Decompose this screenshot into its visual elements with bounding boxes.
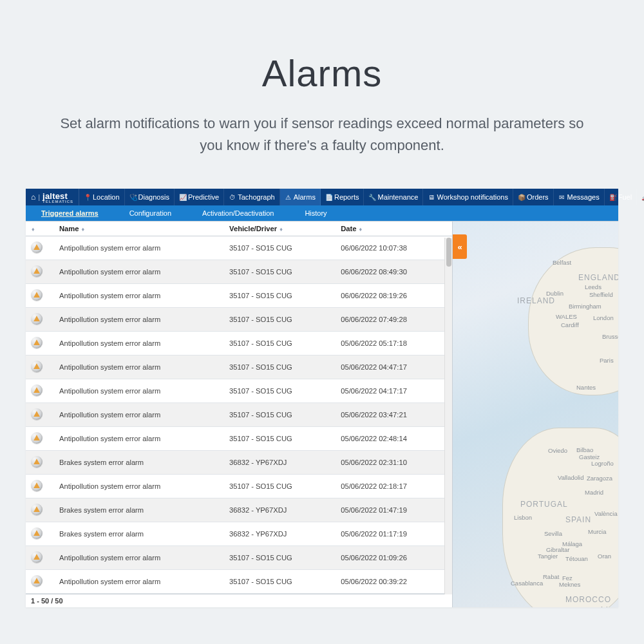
brand-block[interactable]: ⌂ | jaltest TELEMATICS xyxy=(26,189,79,205)
subnav-configuration[interactable]: Configuration xyxy=(114,205,187,221)
nav-alarms[interactable]: ⚠Alarms xyxy=(280,189,321,205)
map-label: IRELAND xyxy=(517,296,555,305)
map-label: MOROCCO xyxy=(565,595,611,604)
table-row[interactable]: Antipollution system error alarm35107 - … xyxy=(26,379,452,403)
table-row[interactable]: Antipollution system error alarm35107 - … xyxy=(26,284,452,308)
nav-maintenance[interactable]: 🔧Maintenance xyxy=(364,189,423,205)
alarm-bulb-icon xyxy=(31,361,43,372)
col-vehicle[interactable]: Vehicle/Driver ♦ xyxy=(224,222,336,236)
alarm-bulb-icon xyxy=(31,504,43,515)
map-label: Meknes xyxy=(559,581,580,588)
subnav-triggered-alarms[interactable]: Triggered alarms xyxy=(26,205,114,221)
pager: 1 - 50 / 50 xyxy=(26,594,452,607)
cell-vehicle: 35107 - SO15 CUG xyxy=(224,332,336,355)
col-date[interactable]: Date ♦ xyxy=(336,222,452,236)
table-row[interactable]: Antipollution system error alarm35107 - … xyxy=(26,546,452,570)
map-panel[interactable]: « BelfastDublinIRELANDENGLANDLeedsSheffi… xyxy=(452,222,618,607)
map-label: Brussels xyxy=(602,333,618,340)
nav-my-fleet[interactable]: 🚚My fleet xyxy=(637,189,644,205)
scroll-thumb[interactable] xyxy=(446,238,451,267)
map-label: Leeds xyxy=(585,283,601,290)
table-row[interactable]: Brakes system error alarm36832 - YP67XDJ… xyxy=(26,451,452,475)
top-nav: ⌂ | jaltest TELEMATICS 📍Location🩺Diagnos… xyxy=(26,189,618,205)
alarm-bulb-icon xyxy=(31,551,43,563)
map-label: Bilbao xyxy=(576,446,593,453)
cell-date: 05/06/2022 01:17:19 xyxy=(336,522,452,546)
alarm-bulb-icon xyxy=(31,289,43,301)
cell-name: Antipollution system error alarm xyxy=(54,236,224,260)
nav-reports[interactable]: 📄Reports xyxy=(321,189,365,205)
alarm-bulb-icon xyxy=(31,408,43,420)
subnav-history[interactable]: History xyxy=(289,205,342,221)
nav-location[interactable]: 📍Location xyxy=(79,189,125,205)
nav-orders[interactable]: 📦Orders xyxy=(513,189,554,205)
table-row[interactable]: Brakes system error alarm36832 - YP67XDJ… xyxy=(26,522,452,546)
map-label: Tangier xyxy=(538,553,558,560)
cell-vehicle: 35107 - SO15 CUG xyxy=(224,379,336,403)
nav-workshop-notifications[interactable]: 🖥Workshop notifications xyxy=(423,189,513,205)
cell-date: 05/06/2022 01:09:26 xyxy=(336,546,452,570)
subnav-activation-deactivation[interactable]: Activation/Deactivation xyxy=(187,205,289,221)
cell-name: Brakes system error alarm xyxy=(54,451,224,475)
map-label: Tétouan xyxy=(565,555,588,562)
fuel-icon: ⛽ xyxy=(609,194,616,201)
table-row[interactable]: Antipollution system error alarm35107 - … xyxy=(26,308,452,332)
page-title: Alarms xyxy=(52,52,592,95)
table-row[interactable]: Antipollution system error alarm35107 - … xyxy=(26,570,452,594)
page-subtitle: Set alarm notifications to warn you if s… xyxy=(52,113,592,156)
nav-fuel[interactable]: ⛽Fuel xyxy=(605,189,637,205)
nav-label: Diagnosis xyxy=(138,193,169,201)
nav-diagnosis[interactable]: 🩺Diagnosis xyxy=(125,189,175,205)
content-area: ♦ Name ♦ Vehicle/Driver ♦ Date ♦ Antipol… xyxy=(26,221,618,607)
maintenance-icon: 🔧 xyxy=(368,194,375,201)
collapse-panel-button[interactable]: « xyxy=(453,234,467,259)
col-name[interactable]: Name ♦ xyxy=(54,222,224,236)
map-label: London xyxy=(593,314,614,321)
cell-vehicle: 35107 - SO15 CUG xyxy=(224,403,336,427)
cell-vehicle: 36832 - YP67XDJ xyxy=(224,522,336,546)
table-row[interactable]: Antipollution system error alarm35107 - … xyxy=(26,260,452,284)
cell-vehicle: 35107 - SO15 CUG xyxy=(224,546,336,570)
tachograph-icon: ⏱ xyxy=(229,194,236,201)
map-label: WALES xyxy=(556,313,577,320)
alarm-bulb-icon xyxy=(31,575,43,587)
location-icon: 📍 xyxy=(84,194,91,201)
sub-nav: Triggered alarmsConfigurationActivation/… xyxy=(26,205,618,221)
table-row[interactable]: Brakes system error alarm36832 - YP67XDJ… xyxy=(26,498,452,522)
cell-vehicle: 35107 - SO15 CUG xyxy=(224,308,336,332)
table-row[interactable]: Antipollution system error alarm35107 - … xyxy=(26,427,452,451)
table-row[interactable]: Antipollution system error alarm35107 - … xyxy=(26,355,452,379)
my-fleet-icon: 🚚 xyxy=(641,194,644,201)
cell-name: Brakes system error alarm xyxy=(54,522,224,546)
map-label: PORTUGAL xyxy=(520,500,568,509)
map-label: Logroño xyxy=(591,460,614,467)
nav-label: Messages xyxy=(567,193,600,201)
alarms-table-panel: ♦ Name ♦ Vehicle/Driver ♦ Date ♦ Antipol… xyxy=(26,222,452,607)
scrollbar[interactable] xyxy=(444,238,452,594)
alarm-bulb-icon xyxy=(31,242,43,253)
predictive-icon: 📈 xyxy=(179,194,186,201)
nav-label: Alarms xyxy=(294,193,316,201)
home-icon[interactable]: ⌂ xyxy=(31,193,35,202)
nav-predictive[interactable]: 📈Predictive xyxy=(175,189,224,205)
nav-tachograph[interactable]: ⏱Tachograph xyxy=(224,189,280,205)
map-label: Zaragoza xyxy=(587,475,612,482)
cell-date: 05/06/2022 04:47:17 xyxy=(336,355,452,379)
map-label: Oran xyxy=(598,553,611,560)
col-icon[interactable]: ♦ xyxy=(26,222,54,236)
table-row[interactable]: Antipollution system error alarm35107 - … xyxy=(26,236,452,260)
map-label: SPAIN xyxy=(565,515,591,524)
hero-section: Alarms Set alarm notifications to warn y… xyxy=(0,0,644,189)
cell-vehicle: 35107 - SO15 CUG xyxy=(224,355,336,379)
table-row[interactable]: Antipollution system error alarm35107 - … xyxy=(26,475,452,498)
table-row[interactable]: Antipollution system error alarm35107 - … xyxy=(26,403,452,427)
cell-vehicle: 35107 - SO15 CUG xyxy=(224,236,336,260)
cell-date: 06/06/2022 08:49:30 xyxy=(336,260,452,284)
nav-label: Location xyxy=(93,193,120,201)
table-row[interactable]: Antipollution system error alarm35107 - … xyxy=(26,332,452,355)
cell-date: 05/06/2022 01:47:19 xyxy=(336,498,452,522)
nav-messages[interactable]: ✉Messages xyxy=(554,189,605,205)
cell-date: 06/06/2022 07:49:28 xyxy=(336,308,452,332)
cell-name: Antipollution system error alarm xyxy=(54,308,224,332)
map-label: Paris xyxy=(600,357,614,364)
